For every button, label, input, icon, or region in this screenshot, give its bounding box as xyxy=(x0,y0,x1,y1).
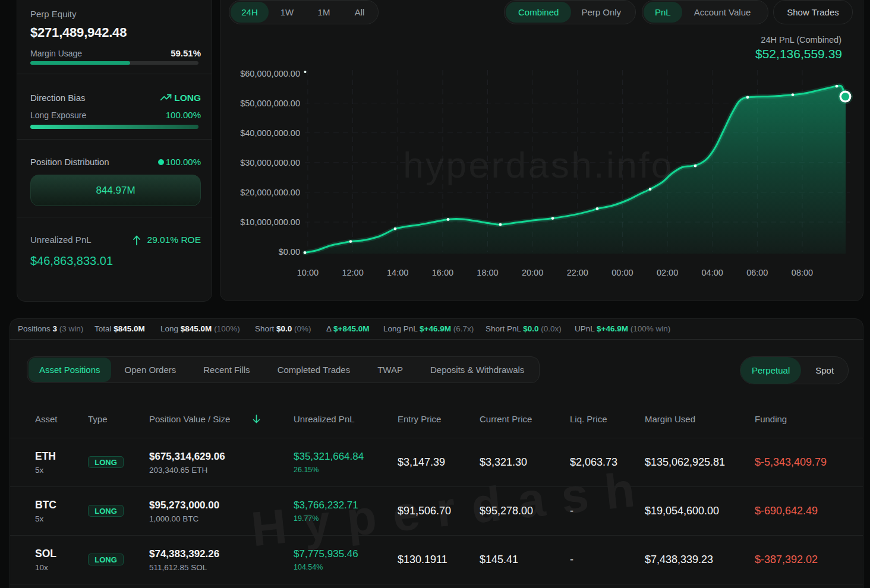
svg-text:16:00: 16:00 xyxy=(432,268,453,277)
svg-text:14:00: 14:00 xyxy=(387,268,408,277)
svg-text:18:00: 18:00 xyxy=(477,268,498,277)
svg-text:04:00: 04:00 xyxy=(702,268,723,277)
svg-text:hyperdash.info: hyperdash.info xyxy=(403,144,674,185)
svg-text:$30,000,000.00: $30,000,000.00 xyxy=(240,158,300,167)
svg-text:10:00: 10:00 xyxy=(297,268,319,277)
svg-text:$50,000,000.00: $50,000,000.00 xyxy=(240,99,300,108)
svg-text:00:00: 00:00 xyxy=(611,268,633,277)
svg-text:06:00: 06:00 xyxy=(746,268,768,277)
svg-text:22:00: 22:00 xyxy=(567,268,588,277)
svg-text:20:00: 20:00 xyxy=(522,268,543,277)
svg-text:$0.00: $0.00 xyxy=(279,247,300,257)
svg-text:$40,000,000.00: $40,000,000.00 xyxy=(240,128,300,138)
svg-text:02:00: 02:00 xyxy=(657,268,678,277)
svg-text:$20,000,000.00: $20,000,000.00 xyxy=(240,188,300,197)
svg-text:$10,000,000.00: $10,000,000.00 xyxy=(240,217,300,227)
svg-text:08:00: 08:00 xyxy=(792,268,813,277)
svg-text:12:00: 12:00 xyxy=(342,268,363,277)
svg-text:$60,000,000.00: $60,000,000.00 xyxy=(240,69,300,78)
